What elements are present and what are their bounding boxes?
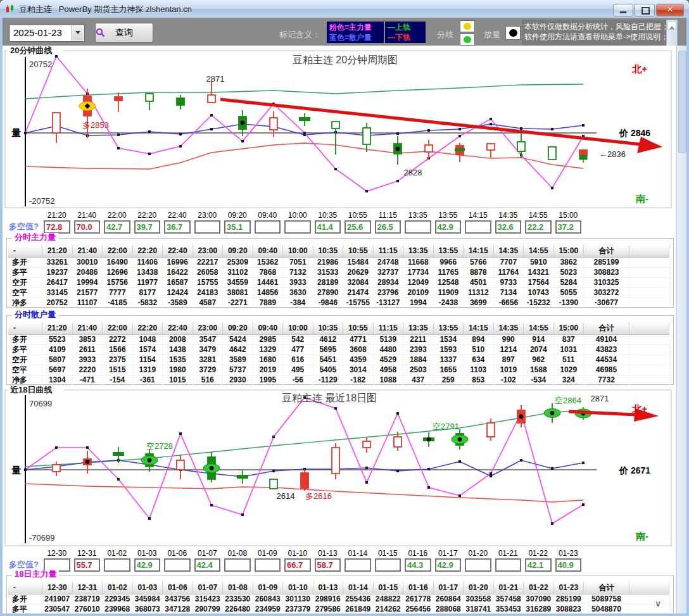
- window-border-right: [686, 18, 689, 616]
- long-short-value-box: 44.3: [405, 558, 431, 572]
- table-cell: 290799: [193, 605, 224, 613]
- table-cell: 31533: [313, 268, 344, 278]
- table-cell: 12548: [434, 278, 464, 288]
- value-box-wrap: 42.7: [102, 220, 132, 236]
- table-cell: 318741: [464, 605, 494, 613]
- scroll-up-icon[interactable]: [667, 21, 676, 30]
- table-cell: 5048870: [584, 605, 629, 613]
- close-button[interactable]: ✕: [656, 4, 684, 16]
- table-cell: 11406: [133, 258, 163, 268]
- table-cell: 15362: [253, 258, 284, 268]
- table-cell: 38081: [223, 288, 253, 298]
- column-time-label: 01-10: [282, 549, 313, 558]
- volume-dot-marker: [550, 411, 555, 415]
- table-cell: 853: [464, 375, 494, 386]
- value-box-wrap: 35.1: [222, 220, 253, 236]
- line-marker: [179, 432, 182, 435]
- column-time-label: 10:35: [313, 211, 343, 220]
- volume-dot-marker: [427, 437, 431, 442]
- table-cell: -154: [103, 375, 133, 386]
- north-label: 北+: [631, 403, 647, 414]
- y-min-label: -70699: [29, 533, 54, 543]
- column-header: 22:20: [133, 322, 163, 335]
- line-marker: [458, 135, 461, 137]
- line-marker: [272, 436, 275, 438]
- table-cell: 1534: [434, 335, 464, 345]
- table-cell: 510: [464, 345, 494, 355]
- table-cell: 2930: [223, 375, 253, 386]
- chevron-down-icon[interactable]: [72, 25, 84, 41]
- table-cell: 962: [524, 355, 554, 365]
- column-header: 10:00: [283, 245, 313, 258]
- candlestick: [579, 150, 587, 163]
- upper-track-line: [25, 84, 583, 99]
- table-cell: 7777: [103, 288, 133, 298]
- candlestick: [208, 81, 215, 103]
- line-marker: [490, 472, 492, 475]
- short-annotation: 空2864: [555, 396, 581, 405]
- volume-dot-marker: [241, 121, 245, 125]
- disclaimer-line-1: 本软件仅做数据分析统计，风险自己把握；: [524, 22, 671, 32]
- table-cell: 11107: [73, 298, 103, 308]
- table-cell: 214262: [374, 605, 404, 613]
- column-header: 01-22: [524, 582, 554, 594]
- column-time-label: 12-31: [72, 549, 103, 558]
- table-cell: 11312: [464, 288, 494, 298]
- table-cell: 1103: [464, 365, 494, 375]
- column-header: -: [8, 322, 42, 335]
- table-cell: 4642: [223, 345, 253, 355]
- table-intraday-main-force: 分时主力量-21:2021:4022:0022:2022:4023:0009:2…: [6, 238, 674, 308]
- table-cell: 1574: [133, 345, 163, 355]
- column-header: 15:00: [554, 245, 585, 258]
- value-box-wrap: 55.7: [72, 558, 103, 574]
- column-time-label: 01-23: [553, 549, 584, 558]
- table-cell: [629, 258, 669, 268]
- y-max-label: 20752: [29, 60, 52, 69]
- column-time-label: 14:15: [463, 211, 493, 220]
- table-cell: -13127: [374, 298, 404, 308]
- line-marker: [210, 128, 213, 130]
- disclaimer-scrollbar[interactable]: [666, 20, 678, 46]
- table-cell: 5424: [223, 335, 253, 345]
- data-table: -21:2021:4022:0022:2022:4023:0009:2009:4…: [8, 322, 669, 386]
- column-header: [629, 245, 669, 258]
- table-cell: 3608: [343, 345, 374, 355]
- table-cell: 4587: [193, 298, 224, 308]
- table-cell: 3547: [193, 335, 224, 345]
- table-caption: 18日主力量: [12, 570, 59, 579]
- spacer: [8, 549, 42, 558]
- query-button[interactable]: 查询: [95, 23, 153, 42]
- table-cell: 34559: [223, 278, 253, 288]
- table-cell: 239968: [103, 605, 133, 613]
- data-table: -21:2021:4022:0022:2022:4023:0009:2009:4…: [8, 245, 669, 308]
- column-time-label: 01-06: [162, 549, 193, 558]
- spacer: [629, 549, 669, 558]
- column-time-label: 01-14: [343, 549, 373, 558]
- table-cell: 33145: [42, 288, 73, 298]
- table-cell: 1588: [524, 365, 554, 375]
- table-cell: 5523: [42, 335, 73, 345]
- line-marker: [303, 132, 306, 134]
- maximize-button[interactable]: [635, 4, 655, 16]
- table-cell: 511: [554, 355, 585, 365]
- line-marker: [427, 129, 430, 132]
- table-cell: 11764: [494, 268, 524, 278]
- scrollbar-thumb[interactable]: [678, 51, 686, 153]
- minimize-button[interactable]: [613, 4, 633, 16]
- table-cell: 22217: [193, 258, 224, 268]
- line-marker: [117, 147, 120, 149]
- black-dot-icon: [509, 29, 517, 37]
- candlestick: [270, 479, 277, 489]
- date-combobox[interactable]: 2025-01-23: [9, 24, 85, 42]
- vertical-scrollbar[interactable]: [676, 46, 687, 613]
- legend-pink-label: 粉色=主力量: [329, 23, 381, 32]
- table-cell: 2220: [73, 365, 103, 375]
- table-cell: 233530: [223, 594, 253, 605]
- table-cell: 16422: [163, 268, 193, 278]
- groupbox-caption: 20分钟曲线: [10, 46, 52, 55]
- spacer: [629, 211, 669, 220]
- value-box-wrap: [373, 558, 403, 574]
- scroll-down-icon[interactable]: ∨: [652, 598, 664, 609]
- table-cell: 894: [464, 335, 494, 345]
- table-cell: 2503: [403, 365, 434, 375]
